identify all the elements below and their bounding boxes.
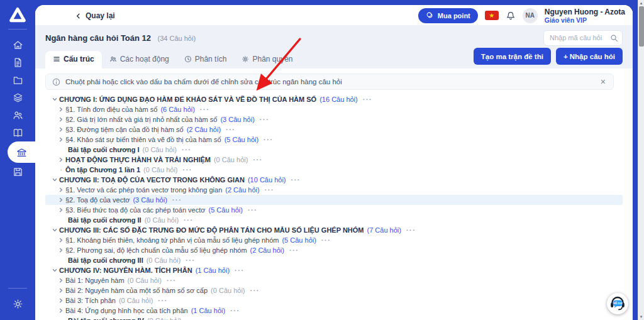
tree-row[interactable]: §1. Vectơ và các phép toán vectơ trong k…	[45, 185, 623, 195]
more-menu-icon[interactable]: ···	[167, 277, 177, 284]
tree-row[interactable]: ·Ôn tập Chương 1 lần 1(0 Câu hỏi)···	[45, 165, 623, 175]
chevron-down-icon[interactable]	[50, 97, 59, 102]
settings-gear-icon[interactable]	[0, 295, 35, 312]
chevron-right-icon[interactable]	[57, 298, 65, 303]
tab-cấu-trúc[interactable]: Cấu trúc	[45, 51, 102, 69]
chevron-down-icon[interactable]	[50, 268, 59, 273]
scrollbar[interactable]: ▲ ▼	[638, 0, 644, 320]
more-menu-icon[interactable]: ···	[172, 196, 182, 204]
more-menu-icon[interactable]: ···	[253, 156, 263, 163]
tree-row[interactable]: Bài 4: Ứng dụng hình học của tích phân(1…	[45, 306, 623, 316]
chevron-right-icon[interactable]	[57, 107, 65, 112]
support-button[interactable]: Hỗ trợ	[607, 293, 628, 314]
chevron-down-icon[interactable]	[50, 177, 59, 182]
more-menu-icon[interactable]: ···	[183, 166, 193, 174]
more-menu-icon[interactable]: ···	[235, 267, 245, 274]
tree-row[interactable]: CHƯƠNG III: CÁC SỐ ĐẶC TRƯNG ĐO MỨC ĐỘ P…	[45, 225, 623, 235]
tree-row[interactable]: CHƯƠNG II: TOẠ ĐỘ CỦA VECTƠ TRONG KHÔNG …	[45, 175, 623, 185]
sidebar-item-save[interactable]	[0, 163, 35, 180]
avatar[interactable]: NA	[523, 8, 538, 23]
chevron-right-icon[interactable]	[57, 248, 65, 253]
tree-row[interactable]: Bài 3: Tích phân(0 Câu hỏi)···	[45, 295, 623, 306]
more-menu-icon[interactable]: ···	[291, 176, 301, 184]
tree-row[interactable]: HOẠT ĐỘNG THỰC HÀNH VÀ TRẢI NGHIỆM(0 Câu…	[45, 155, 623, 165]
coin-icon	[426, 11, 434, 19]
chevron-right-icon[interactable]	[57, 308, 65, 313]
more-menu-icon[interactable]: ···	[250, 287, 260, 294]
chevron-right-icon[interactable]	[57, 157, 65, 162]
tree-row[interactable]: Bài 1: Nguyên hàm(0 Câu hỏi)···	[45, 275, 623, 285]
more-menu-icon[interactable]: ···	[230, 307, 240, 314]
chevron-right-icon[interactable]	[57, 197, 65, 202]
chevron-right-icon[interactable]	[57, 117, 65, 122]
import-questions-button[interactable]: + Nhập câu hỏi	[556, 48, 623, 65]
sidebar-item-layers[interactable]	[0, 89, 35, 106]
tree-row[interactable]: Bài 2: Nguyên hàm của một số hàm số sơ c…	[45, 285, 623, 295]
tree-row[interactable]: §3. Đường tiệm cận của đồ thị hàm số(2 C…	[45, 124, 623, 135]
sidebar-item-folder[interactable]	[0, 71, 35, 89]
sidebar-item-document[interactable]	[0, 53, 35, 71]
question-count: (5 Câu hỏi)	[282, 236, 316, 244]
question-count: (0 Câu hỏi)	[145, 216, 179, 224]
more-menu-icon[interactable]: ···	[158, 297, 168, 304]
tab-phân-quyền[interactable]: Phân quyền	[234, 51, 300, 69]
tree-row[interactable]: §2. Phương sai, độ lệch chuẩn của mẫu số…	[45, 245, 623, 255]
tab-phân-tích[interactable]: Phân tích	[177, 51, 235, 69]
tree-row[interactable]: Bài tập cuối chương I(0 Câu hỏi)···	[45, 145, 623, 155]
more-menu-icon[interactable]: ···	[321, 236, 331, 244]
more-menu-icon[interactable]: ···	[226, 126, 236, 133]
chevron-right-icon[interactable]	[57, 288, 65, 293]
scroll-down-arrow-icon[interactable]: ▼	[638, 314, 644, 320]
tree-row[interactable]: §3. Biểu thức toạ độ của các phép toán v…	[45, 205, 623, 215]
notification-bell-icon[interactable]	[506, 11, 516, 21]
sidebar-item-home[interactable]	[0, 36, 35, 53]
action-buttons: Tạo ma trận đề thi + Nhập câu hỏi	[474, 48, 623, 69]
tab-các-hoạt-động[interactable]: Các hoạt động	[102, 51, 177, 69]
more-menu-icon[interactable]: ···	[260, 116, 270, 123]
tree-row[interactable]: §2. Giá trị lớn nhất và giá trị nhỏ nhất…	[45, 114, 623, 124]
chevron-right-icon[interactable]	[57, 127, 65, 132]
more-menu-icon[interactable]: ···	[182, 146, 192, 153]
more-menu-icon[interactable]: ···	[406, 226, 416, 234]
tree-row[interactable]: §1. Tính đơn điệu của hàm số(6 Câu hỏi)·…	[45, 104, 623, 114]
scroll-up-arrow-icon[interactable]: ▲	[638, 0, 644, 6]
sidebar-item-book[interactable]	[0, 124, 35, 141]
chevron-right-icon[interactable]	[57, 207, 65, 212]
sidebar-item-bank[interactable]	[0, 141, 35, 163]
create-exam-matrix-button[interactable]: Tạo ma trận đề thi	[474, 48, 551, 65]
tree-row[interactable]: §1. Khoảng biến thiên, khoảng tứ phân vị…	[45, 235, 623, 245]
close-icon[interactable]: ×	[599, 77, 607, 86]
more-menu-icon[interactable]: ···	[363, 96, 373, 103]
tree-row[interactable]: CHƯƠNG IV: NGUYÊN HÀM. TÍCH PHÂN(1 Câu h…	[45, 265, 623, 275]
chevron-down-icon[interactable]	[50, 228, 59, 233]
tree-row[interactable]: Bài tập cuối chương IV(0 Câu hỏi)···	[45, 316, 623, 320]
tree-row[interactable]: Bài tập cuối chương II(0 Câu hỏi)···	[45, 215, 623, 225]
more-menu-icon[interactable]: ···	[264, 136, 274, 143]
more-menu-icon[interactable]: ···	[186, 257, 196, 264]
tree-row[interactable]: Bài tập cuối chương III(0 Câu hỏi)···	[45, 255, 623, 265]
more-menu-icon[interactable]: ···	[184, 216, 194, 224]
info-banner-text: Chuột phải hoặc click vào dấu ba chấm dư…	[65, 78, 342, 86]
user-role-link[interactable]: Giáo viên VIP	[545, 16, 625, 25]
chevron-right-icon[interactable]	[57, 187, 65, 192]
tree-row[interactable]: §2. Toạ độ của vectơ(3 Câu hỏi)···	[45, 195, 623, 205]
user-block[interactable]: Nguyen Huong - Azota Giáo viên VIP	[545, 8, 625, 25]
chevron-right-icon[interactable]	[57, 238, 65, 243]
chevron-right-icon[interactable]	[57, 278, 65, 283]
back-button[interactable]: Quay lại	[75, 11, 115, 20]
azota-logo[interactable]	[8, 6, 27, 24]
buy-point-button[interactable]: Mua point	[418, 8, 478, 23]
more-menu-icon[interactable]: ···	[248, 206, 258, 214]
tree-row[interactable]: §4. Khảo sát sự biến thiên và vẽ đồ thị …	[45, 135, 623, 145]
vietnam-flag-icon[interactable]: ★	[485, 11, 499, 20]
sidebar-item-users[interactable]	[0, 106, 35, 124]
more-menu-icon[interactable]: ···	[200, 106, 210, 113]
more-menu-icon[interactable]: ···	[265, 186, 275, 194]
more-menu-icon[interactable]: ···	[186, 317, 196, 320]
tree-row[interactable]: CHƯƠNG I: ỨNG DỤNG ĐẠO HÀM ĐỂ KHẢO SÁT V…	[45, 94, 623, 104]
sidebar-divider	[8, 29, 27, 30]
chevron-right-icon[interactable]	[57, 137, 65, 142]
more-menu-icon[interactable]: ···	[289, 246, 299, 254]
scrollbar-thumb[interactable]	[639, 6, 644, 47]
question-count: (3 Câu hỏi)	[133, 196, 167, 204]
